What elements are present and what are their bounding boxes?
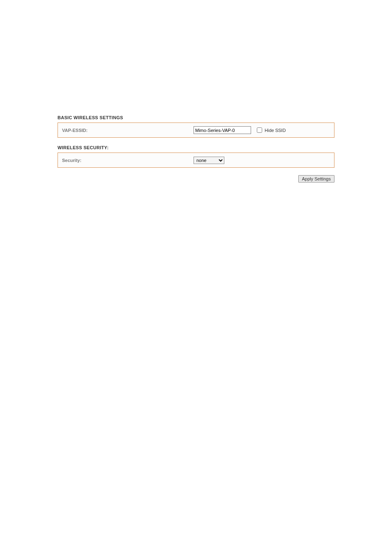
basic-wireless-settings-box: VAP-ESSID: Hide SSID [58,123,334,138]
security-select-wrap: none [194,156,224,164]
security-controls: none [194,156,224,164]
wireless-security-box: Security: none [58,153,334,168]
security-label: Security: [62,158,194,163]
apply-settings-button[interactable]: Apply Settings [298,175,334,183]
vap-essid-input[interactable] [194,126,251,134]
vap-essid-row: VAP-ESSID: Hide SSID [58,123,334,137]
hide-ssid-checkbox[interactable] [257,127,262,133]
security-select[interactable]: none [194,157,224,164]
basic-wireless-settings-header: BASIC WIRELESS SETTINGS [58,115,334,120]
hide-ssid-wrap: Hide SSID [257,127,286,133]
vap-essid-controls: Hide SSID [194,126,286,134]
security-row: Security: none [58,153,334,167]
button-row: Apply Settings [58,175,334,183]
wireless-security-header: WIRELESS SECURITY: [58,145,334,150]
hide-ssid-label: Hide SSID [265,128,286,133]
vap-essid-label: VAP-ESSID: [62,128,194,133]
